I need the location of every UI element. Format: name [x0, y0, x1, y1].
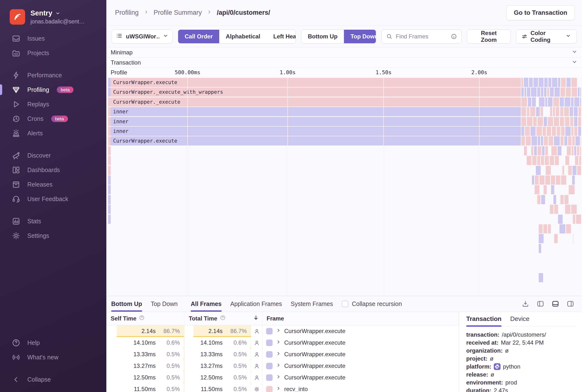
collapse-recursion-toggle[interactable]: Collapse recursion — [342, 300, 402, 308]
frame-table-row[interactable]: 13.27ms0.5%13.27ms0.5%CursorWrapper.exec… — [106, 360, 459, 372]
minimap-expand-chevron-icon[interactable] — [571, 48, 578, 56]
sidebar-item-settings[interactable]: Settings — [0, 228, 106, 243]
chevron-right-icon — [207, 9, 212, 16]
color-coding-button[interactable]: Color Coding — [516, 30, 577, 44]
total-time-header[interactable]: Total Time — [184, 312, 263, 325]
flame-frame-bar-small — [543, 224, 547, 234]
frame-color-chip — [266, 328, 273, 334]
frame-table-row[interactable]: 14.10ms0.6%14.10ms0.6%CursorWrapper.exec… — [106, 337, 459, 348]
sidebar-item-stats[interactable]: Stats — [0, 214, 106, 228]
frame-table-row[interactable]: 12.50ms0.5%12.50ms0.5%CursorWrapper.exec… — [106, 372, 459, 383]
flame-frame-bar-small — [571, 127, 574, 136]
flame-edge-frame — [108, 146, 111, 156]
flame-frame-bar[interactable]: CursorWrapper.execute — [111, 136, 521, 146]
chevron-right-icon[interactable] — [276, 374, 281, 381]
gear-icon[interactable] — [251, 383, 263, 392]
detail-row: duration:2.47s — [466, 386, 576, 392]
chevron-right-icon[interactable] — [276, 362, 281, 369]
sidebar-item-what-s-new[interactable]: What's new — [0, 350, 106, 364]
thread-selector[interactable]: uWSGIWor… — [112, 30, 172, 44]
flame-frame-bar-small — [538, 117, 543, 126]
flame-frame-bar[interactable]: inner — [111, 127, 521, 136]
go-to-transaction-button[interactable]: Go to Transaction — [506, 5, 575, 20]
minimap-label: Minimap — [111, 49, 133, 56]
total-time-cell: 11.50ms0.5% — [184, 383, 251, 392]
chevron-right-icon[interactable] — [276, 386, 281, 392]
sort-call-order-button[interactable]: Call Order — [178, 30, 219, 43]
frame-cell[interactable]: CursorWrapper.execute — [263, 360, 459, 372]
flame-frame-bar-small — [536, 166, 541, 175]
frame-cell[interactable]: recv_into — [263, 383, 459, 392]
sidebar-item-discover[interactable]: Discover — [0, 148, 106, 163]
sidebar-item-collapse[interactable]: Collapse — [0, 372, 106, 387]
sidebar-item-projects[interactable]: Projects — [0, 46, 106, 60]
tab-top-down[interactable]: Top Down — [151, 296, 178, 312]
tab-system-frames[interactable]: System Frames — [291, 296, 333, 312]
person-icon[interactable] — [251, 325, 263, 337]
org-switcher[interactable]: Sentry jonas.badalic@sent… — [0, 0, 106, 25]
flame-frame-bar-small — [578, 88, 580, 97]
details-tab-transaction[interactable]: Transaction — [466, 315, 502, 326]
sidebar-item-releases[interactable]: Releases — [0, 177, 106, 192]
layout-right-panel-icon[interactable] — [566, 300, 574, 308]
frame-cell[interactable]: CursorWrapper.execute — [263, 348, 459, 360]
frame-header[interactable]: Frame — [263, 315, 459, 322]
sidebar-item-performance[interactable]: Performance — [0, 68, 106, 82]
sort-descending-icon[interactable] — [253, 315, 259, 322]
person-icon[interactable] — [251, 372, 263, 383]
frame-table-row[interactable]: 13.33ms0.5%13.33ms0.5%CursorWrapper.exec… — [106, 348, 459, 360]
chevron-right-icon[interactable] — [276, 339, 281, 346]
frame-table-row[interactable]: 2.14s86.7%2.14s86.7%CursorWrapper.execut… — [106, 325, 459, 337]
sidebar-item-alerts[interactable]: Alerts — [0, 126, 106, 140]
details-tab-device[interactable]: Device — [510, 315, 529, 326]
transaction-expand-chevron-icon[interactable] — [571, 59, 578, 66]
tab-all-frames[interactable]: All Frames — [191, 296, 222, 312]
flame-frame-bar-small — [521, 88, 524, 97]
self-time-header[interactable]: Self Time — [106, 312, 184, 325]
chevron-right-icon[interactable] — [276, 328, 281, 334]
person-icon[interactable] — [251, 360, 263, 372]
layout-left-panel-icon[interactable] — [536, 300, 544, 308]
sidebar-item-profiling[interactable]: Profilingbeta — [0, 82, 106, 97]
person-icon[interactable] — [251, 337, 263, 348]
find-frames-input[interactable]: Find Frames — [382, 30, 462, 44]
sidebar-item-label: Profiling — [27, 86, 49, 93]
frames-table-header: Self Time Total Time Frame — [106, 312, 459, 325]
direction-top-down-button[interactable]: Top Down — [344, 30, 376, 43]
frame-table-row[interactable]: 11.50ms0.5%11.50ms0.5%recv_into — [106, 383, 459, 392]
detail-value: python — [503, 362, 520, 370]
flame-frame-bar[interactable]: CursorWrapper.execute — [111, 78, 521, 87]
frame-cell[interactable]: CursorWrapper.execute — [263, 337, 459, 348]
collapse-recursion-checkbox[interactable] — [342, 301, 348, 307]
chevron-right-icon[interactable] — [276, 351, 281, 358]
flame-frame-bar-small — [564, 136, 567, 146]
sidebar-item-issues[interactable]: Issues — [0, 31, 106, 46]
direction-bottom-up-button[interactable]: Bottom Up — [302, 30, 344, 43]
sidebar-item-dashboards[interactable]: Dashboards — [0, 163, 106, 177]
sidebar-item-help[interactable]: Help — [0, 336, 106, 350]
sidebar-item-replays[interactable]: Replays — [0, 97, 106, 112]
sort-alphabetical-button[interactable]: Alphabetical — [219, 30, 267, 43]
flamegraph-canvas[interactable]: CursorWrapper.executeCursorWrapper._exec… — [106, 77, 582, 296]
breadcrumb-profiling[interactable]: Profiling — [115, 9, 139, 16]
flame-frame-bar[interactable]: inner — [111, 117, 521, 126]
person-icon[interactable] — [251, 348, 263, 360]
frame-cell[interactable]: CursorWrapper.execute — [263, 372, 459, 383]
flame-edge-frame — [108, 185, 111, 194]
sidebar-item-crons[interactable]: Cronsbeta — [0, 112, 106, 126]
frame-cell[interactable]: CursorWrapper.execute — [263, 325, 459, 337]
sort-left-heavy-button[interactable]: Left Heavy — [267, 30, 296, 43]
self-time-cell: 2.14s86.7% — [106, 325, 184, 337]
layout-bottom-panel-icon[interactable] — [552, 300, 559, 308]
flame-frame-bar-small — [548, 78, 551, 87]
breadcrumb-profile-summary[interactable]: Profile Summary — [154, 9, 202, 16]
flame-frame-bar[interactable]: CursorWrapper._execute_with_wrappers — [111, 88, 521, 97]
tab-application-frames[interactable]: Application Frames — [230, 296, 282, 312]
reset-zoom-button[interactable]: Reset Zoom — [467, 30, 511, 44]
flame-frame-bar[interactable]: CursorWrapper._execute — [111, 98, 521, 106]
download-icon[interactable] — [522, 300, 529, 308]
sidebar-item-user-feedback[interactable]: User Feedback — [0, 192, 106, 206]
sentry-logo — [10, 9, 25, 25]
flame-frame-bar[interactable]: inner — [111, 107, 521, 116]
tab-bottom-up[interactable]: Bottom Up — [111, 296, 142, 312]
